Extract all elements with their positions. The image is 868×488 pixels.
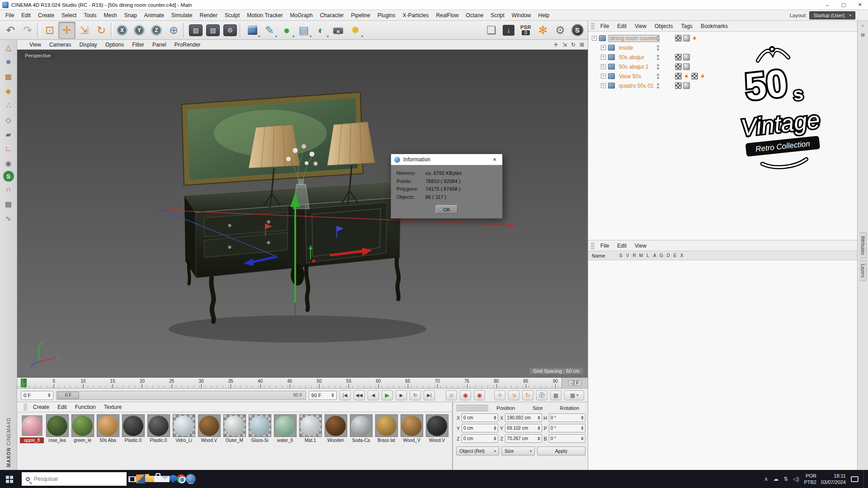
menu-item[interactable]: Plugins (374, 10, 399, 20)
material-thumbnail[interactable] (46, 414, 69, 437)
menu-item[interactable]: Tools (80, 10, 100, 20)
object-name[interactable]: quadro 50s 01 (617, 82, 656, 89)
next-frame-button[interactable]: ▶ (396, 390, 407, 400)
expand-toggle[interactable] (601, 64, 606, 69)
axis-mode-button[interactable]: ∟ (1, 142, 16, 155)
viewport-menu-item[interactable]: Panel (148, 42, 170, 48)
material-menu-item[interactable]: Texture (100, 404, 126, 410)
goto-start-button[interactable]: |◀ (340, 390, 351, 400)
tex-tag[interactable] (675, 63, 682, 70)
warn-tag[interactable] (699, 73, 706, 80)
material-name[interactable]: Glass-Si (248, 437, 272, 443)
spline-pen-button[interactable]: ✎ (261, 22, 278, 39)
material-name[interactable]: green_le (71, 437, 94, 443)
spinner[interactable] (538, 435, 540, 442)
move-tool[interactable]: ✛ (58, 22, 75, 39)
visibility-dots[interactable] (657, 64, 659, 70)
toggle-views-icon[interactable]: ⊞ (580, 42, 584, 48)
menu-item[interactable]: Window (508, 10, 535, 20)
object-manager-menu-item[interactable]: File (596, 23, 613, 29)
material-thumbnail[interactable] (173, 414, 195, 437)
position-field[interactable]: 0 cm (462, 424, 498, 432)
spinner[interactable] (581, 414, 584, 421)
scale-tool[interactable]: ⇲ (75, 22, 93, 39)
make-editable-button[interactable]: △ (1, 41, 16, 54)
loop-button[interactable]: ↻ (410, 390, 421, 400)
record-keyframe-button[interactable]: ◉ (460, 390, 471, 400)
dialog-titlebar[interactable]: Information ✕ (391, 154, 502, 165)
menu-item[interactable]: Simulate (168, 10, 196, 20)
onedrive-icon[interactable]: ☁ (773, 476, 778, 482)
menu-item[interactable]: X-Particles (399, 10, 432, 20)
viewport-menu-item[interactable]: View (25, 42, 45, 48)
panel-grip[interactable] (24, 404, 27, 410)
menu-item[interactable]: Pipeline (347, 10, 374, 20)
record-position-button[interactable]: ✛ (494, 390, 505, 400)
material-name[interactable]: rose_lea (45, 437, 69, 443)
deformer-button[interactable]: ▤ (295, 22, 312, 39)
render-picture-viewer-button[interactable]: ▧ (204, 22, 222, 39)
maximize-button[interactable]: ▢ (835, 0, 852, 9)
material-thumbnail[interactable] (198, 414, 221, 437)
y-axis-button[interactable]: Y (131, 22, 148, 39)
tex-tag[interactable] (675, 54, 682, 61)
subdivision-surface-button[interactable]: ● (278, 22, 295, 39)
menu-item[interactable]: Sculpt (221, 10, 243, 20)
record-off-button[interactable]: ⊘ (446, 390, 457, 400)
prev-frame-button[interactable]: ◀ (368, 390, 379, 400)
rotate-tool[interactable]: ↻ (93, 22, 110, 39)
panel-search-icon[interactable]: ⌕ (861, 23, 864, 28)
chrome-app-button[interactable] (177, 474, 186, 483)
taskbar-search[interactable] (22, 472, 127, 486)
prev-key-button[interactable]: ◀◀ (354, 390, 365, 400)
spinner[interactable] (494, 414, 496, 421)
spinner[interactable] (538, 425, 540, 432)
light-button[interactable]: ✹ (347, 22, 364, 39)
viewport-menu-item[interactable]: Cameras (45, 42, 75, 48)
viewport-menu-item[interactable]: Display (75, 42, 101, 48)
visibility-dots[interactable] (657, 45, 659, 51)
visibility-dots[interactable] (657, 83, 659, 89)
size-field[interactable]: 69.102 cm (505, 424, 542, 432)
texture-mode-button[interactable]: ▦ (1, 70, 16, 83)
spinner[interactable] (331, 392, 334, 399)
record-scale-button[interactable]: ⇲ (508, 390, 519, 400)
apply-button[interactable]: Apply (537, 446, 585, 455)
material-name[interactable]: Plastic.0 (146, 437, 170, 443)
menu-item[interactable]: Octane (462, 10, 487, 20)
layers-menu-item[interactable]: View (631, 243, 651, 249)
layers-column-letter[interactable]: E (671, 253, 678, 258)
size-mode-dropdown[interactable]: Size (501, 446, 535, 455)
current-frame-field[interactable]: 0 F (21, 391, 53, 400)
material-thumbnail[interactable] (350, 414, 373, 437)
ok-button[interactable]: OK (436, 205, 458, 214)
autokey-button[interactable]: ◉ (474, 390, 485, 400)
size-field[interactable]: 190.092 cm (505, 413, 542, 422)
layers-column-letter[interactable]: L (644, 253, 651, 258)
menu-item[interactable]: Snap (121, 10, 141, 20)
material-menu-item[interactable]: Function (71, 404, 100, 410)
material-thumbnail[interactable] (299, 414, 322, 437)
menu-item[interactable]: RealFlow (432, 10, 462, 20)
object-name[interactable]: inside (617, 44, 635, 52)
material-thumbnail[interactable] (21, 414, 43, 437)
material-name[interactable]: Mat.1 (298, 437, 322, 443)
magnet-button[interactable]: ∩ (1, 183, 16, 196)
layers-column-letter[interactable]: D (665, 253, 671, 258)
coordinate-system-button[interactable]: ⊕ (165, 22, 182, 39)
start-button[interactable] (0, 470, 22, 488)
material-name[interactable]: Wood_V (400, 437, 424, 443)
menu-item[interactable]: Create (34, 10, 58, 20)
dialog-close-icon[interactable]: ✕ (490, 157, 499, 163)
rotation-field[interactable]: 0 ° (549, 413, 585, 422)
visibility-dots[interactable] (657, 74, 659, 79)
panel-grip[interactable] (591, 23, 594, 29)
undo-button[interactable]: ↶ (2, 22, 19, 39)
record-rotation-button[interactable]: ↻ (522, 390, 533, 400)
object-manager-menu-item[interactable]: Bookmarks (697, 23, 732, 29)
material-name[interactable]: Plastic.0 (121, 437, 145, 443)
workplane-mode-button[interactable]: ◆ (1, 84, 16, 98)
play-button[interactable]: ▶ (382, 390, 393, 400)
viewport-solo-button[interactable]: ◉ (1, 156, 16, 170)
record-parameter-button[interactable]: Ⓟ (536, 390, 547, 400)
